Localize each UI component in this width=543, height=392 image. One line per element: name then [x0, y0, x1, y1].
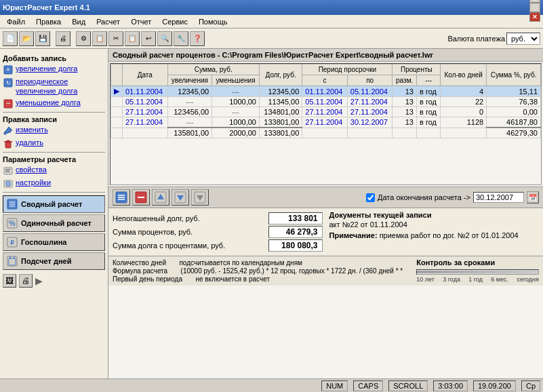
- save-button[interactable]: 💾: [35, 31, 50, 46]
- date-check-box[interactable]: [366, 193, 375, 202]
- menu-view[interactable]: Вид: [66, 16, 91, 27]
- nav-summary[interactable]: Сводный расчет: [3, 195, 105, 213]
- col-date: Дата: [123, 64, 168, 86]
- calendar-btn[interactable]: 📅: [527, 191, 539, 203]
- edit-icon: [3, 125, 14, 136]
- title-bar: ЮристРасчет Expert 4.1 _ □ ✕: [0, 0, 543, 15]
- add-debt-link[interactable]: + увеличение долга: [3, 64, 105, 75]
- tb-icon1[interactable]: ⚙: [76, 31, 91, 46]
- data-table-wrapper[interactable]: Дата Сумма, руб. Долг, руб. Период проср…: [110, 63, 542, 185]
- row-period-s: 27.11.2004: [302, 107, 348, 117]
- col-dolg: Долг, руб.: [259, 64, 302, 86]
- row-kolvo: 4: [441, 86, 487, 97]
- tb-icon3[interactable]: ✂: [108, 31, 123, 46]
- table-row[interactable]: 05.11.2004 --- 1000,00 11345,00 05.11.20…: [111, 97, 541, 107]
- delete-link[interactable]: удалить: [3, 138, 105, 149]
- row-period-po: 27.11.2004: [347, 107, 393, 117]
- status-time: 3:03:00: [433, 380, 468, 391]
- col-arrow: [111, 64, 123, 86]
- more-arrow[interactable]: ▶: [35, 275, 43, 286]
- table-row[interactable]: ▶ 01.11.2004 12345,00 --- 12345,00 01.11…: [111, 86, 541, 97]
- tb-icon2[interactable]: 📋: [92, 31, 107, 46]
- status-caps: CAPS: [353, 380, 383, 391]
- tb-icon6[interactable]: 🔍: [157, 31, 172, 46]
- menu-edit[interactable]: Правка: [31, 16, 66, 27]
- row-summa: 46187,80: [487, 117, 541, 128]
- firstday-label: Первый день периода: [113, 275, 182, 283]
- data-table: Дата Сумма, руб. Долг, руб. Период проср…: [110, 64, 541, 138]
- bt-delete-btn[interactable]: [132, 189, 150, 205]
- open-button[interactable]: 📂: [19, 31, 34, 46]
- menu-report[interactable]: Отчет: [125, 16, 157, 27]
- bt-sort-btn[interactable]: [191, 189, 209, 205]
- bottom-toolbar: Дата окончания расчета -> 📅: [108, 187, 543, 208]
- bt-down-btn[interactable]: [172, 189, 189, 205]
- table-row[interactable]: 27.11.2004 --- 1000,00 133801,00 27.11.2…: [111, 117, 541, 128]
- row-per-year: в год: [416, 97, 440, 107]
- nav-days[interactable]: Подсчет дней: [3, 252, 105, 270]
- props-icon: [3, 165, 14, 176]
- row-kolvo: 1128: [441, 117, 487, 128]
- days-icon: [6, 255, 18, 267]
- edit-link[interactable]: изменить: [3, 125, 105, 136]
- menu-file[interactable]: Файл: [1, 16, 31, 27]
- content-area: Сводный расчет процентов - С:\Program Fi…: [108, 49, 543, 378]
- maximize-button[interactable]: □: [529, 3, 540, 12]
- firstday-value: не включается в расчет: [195, 275, 270, 283]
- col-summa: Сумма, руб.: [167, 64, 259, 75]
- range-track: [416, 269, 539, 275]
- row-razm: 13: [393, 97, 417, 107]
- periodic-debt-link[interactable]: ↻ периодическое увеличение долга: [3, 77, 105, 96]
- table-row[interactable]: 27.11.2004 123456,00 --- 134801,00 27.11…: [111, 107, 541, 117]
- menu-service[interactable]: Сервис: [157, 16, 193, 27]
- bt-add-btn[interactable]: [113, 189, 130, 205]
- col-uvelic: увеличения: [167, 75, 212, 86]
- tb-icon5[interactable]: ↩: [141, 31, 156, 46]
- reduce-debt-icon: −: [3, 98, 14, 109]
- props-link[interactable]: свойства: [3, 165, 105, 176]
- divider3: [3, 192, 105, 193]
- menu-help[interactable]: Помощь: [193, 16, 233, 27]
- formula-label: Формула расчета: [113, 267, 167, 275]
- docs-note: Примечание: приемка работ по дог. №2 от …: [329, 231, 540, 239]
- days-value: подсчитывается по календарным дням: [179, 259, 302, 267]
- row-razm: 13: [393, 86, 417, 97]
- reduce-debt-link[interactable]: − уменьшение долга: [3, 98, 105, 109]
- footer-summa: 46279,30: [487, 128, 541, 138]
- tb-icon4[interactable]: 📋: [125, 31, 140, 46]
- new-button[interactable]: 📄: [3, 31, 18, 46]
- summary-left: Непогашенный долг, руб. 133 801 Сумма пр…: [113, 211, 323, 253]
- single-calc-icon: %: [6, 217, 18, 229]
- settings-link[interactable]: настройки: [3, 178, 105, 189]
- sidebar-btn2[interactable]: 🖨: [19, 274, 33, 288]
- date-input[interactable]: [473, 192, 524, 203]
- range-3y: 3 года: [443, 276, 460, 283]
- row-per-year: в год: [416, 86, 440, 97]
- docs-line1: акт №22 от 01.11.2004: [329, 220, 540, 229]
- bt-up-btn[interactable]: [152, 189, 169, 205]
- col-per-year: ---: [416, 75, 440, 86]
- col-period: Период просрочки: [302, 64, 393, 75]
- row-date: 27.11.2004: [123, 107, 168, 117]
- content-title: Сводный расчет процентов - С:\Program Fi…: [108, 49, 543, 62]
- svg-marker-7: [4, 127, 12, 134]
- menu-calc[interactable]: Расчет: [91, 16, 125, 27]
- nav-duty[interactable]: ₽ Госпошлина: [3, 233, 105, 251]
- row-period-s: 01.11.2004: [302, 86, 348, 97]
- svg-text:−: −: [5, 99, 10, 108]
- tb-icon8[interactable]: ❓: [190, 31, 205, 46]
- print-button[interactable]: 🖨: [56, 31, 71, 46]
- row-per-year: в год: [416, 107, 440, 117]
- duty-icon: ₽: [6, 236, 18, 248]
- info-firstday: Первый день периода не включается в расч…: [113, 275, 403, 283]
- row-date: 27.11.2004: [123, 117, 168, 128]
- row-period-po: 30.12.2007: [347, 117, 393, 128]
- footer-dolg: 133801,00: [259, 128, 302, 138]
- nav-single[interactable]: % Одиночный расчет: [3, 214, 105, 232]
- range-10y: 10 лет: [416, 276, 435, 283]
- col-razm: разм.: [393, 75, 417, 86]
- tb-icon7[interactable]: 🔧: [174, 31, 188, 46]
- sidebar-btn1[interactable]: 🖼: [3, 274, 16, 288]
- currency-select[interactable]: руб.: [506, 33, 540, 45]
- close-button[interactable]: ✕: [529, 12, 540, 22]
